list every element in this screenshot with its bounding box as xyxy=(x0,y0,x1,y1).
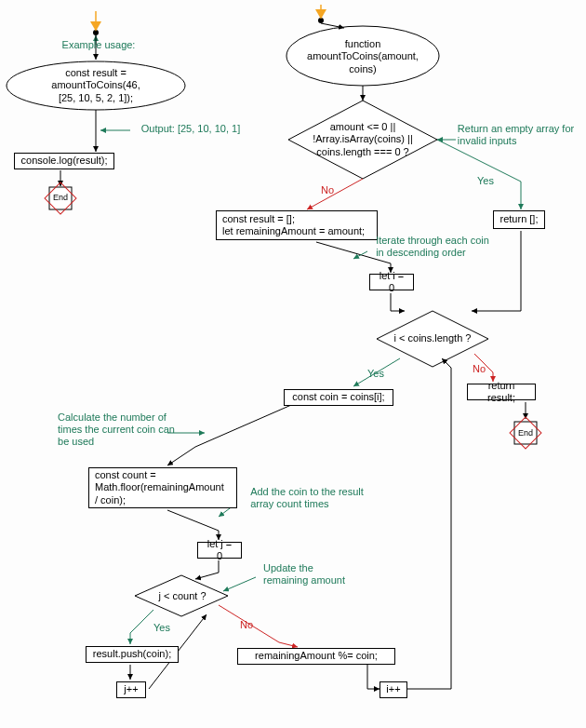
node-init-result: const result = []; let remainingAmount =… xyxy=(216,210,378,240)
node-ipp: i++ xyxy=(380,681,407,698)
node-guard-condition: amount <= 0 || !Array.isArray(coins) || … xyxy=(296,119,430,160)
node-example-call: const result = amountToCoins(46, [25, 10… xyxy=(14,69,178,102)
comment-update-remaining: Update the remaining amount xyxy=(253,560,355,588)
node-j-condition: j < count ? xyxy=(149,588,216,604)
svg-line-17 xyxy=(353,251,367,259)
comment-output: Output: [25, 10, 10, 1] xyxy=(130,121,251,137)
svg-line-30 xyxy=(223,577,256,591)
label-guard-yes: Yes xyxy=(477,175,494,186)
node-jpp: j++ xyxy=(116,681,146,698)
label-i-no: No xyxy=(473,363,486,374)
label-guard-no: No xyxy=(321,184,334,195)
node-return-result: return result; xyxy=(467,384,536,400)
node-end-right: End xyxy=(514,426,537,440)
comment-add-coin: Add the coin to the result array count t… xyxy=(242,484,372,512)
label-j-yes: Yes xyxy=(153,622,170,633)
node-return-empty: return []; xyxy=(493,210,545,229)
node-let-i: let i = 0 xyxy=(369,274,414,290)
node-console-log: console.log(result); xyxy=(14,153,114,169)
label-i-yes: Yes xyxy=(367,368,384,379)
comment-iterate: Iterate through each coin in descending … xyxy=(367,233,498,261)
svg-point-10 xyxy=(318,18,324,23)
svg-line-27 xyxy=(195,573,219,579)
node-count-calc: const count = Math.floor(remainingAmount… xyxy=(88,467,237,508)
label-j-no: No xyxy=(240,619,253,630)
comment-calc-count: Calculate the number of times the curren… xyxy=(51,410,181,451)
comment-example-usage: Example usage: xyxy=(52,37,145,53)
svg-line-13 xyxy=(321,23,344,28)
node-let-j: let j = 0 xyxy=(197,542,242,559)
svg-point-1 xyxy=(93,30,99,35)
node-mod: remainingAmount %= coin; xyxy=(237,648,395,665)
node-end-left: End xyxy=(49,191,72,205)
node-coin-assign: const coin = coins[i]; xyxy=(284,389,393,406)
node-i-condition: i < coins.length ? xyxy=(381,330,484,346)
node-function-decl: function amountToCoins(amount, coins) xyxy=(298,37,428,76)
comment-invalid-inputs: Return an empty array for invalid inputs xyxy=(448,121,583,149)
node-push: result.push(coin); xyxy=(86,646,179,663)
